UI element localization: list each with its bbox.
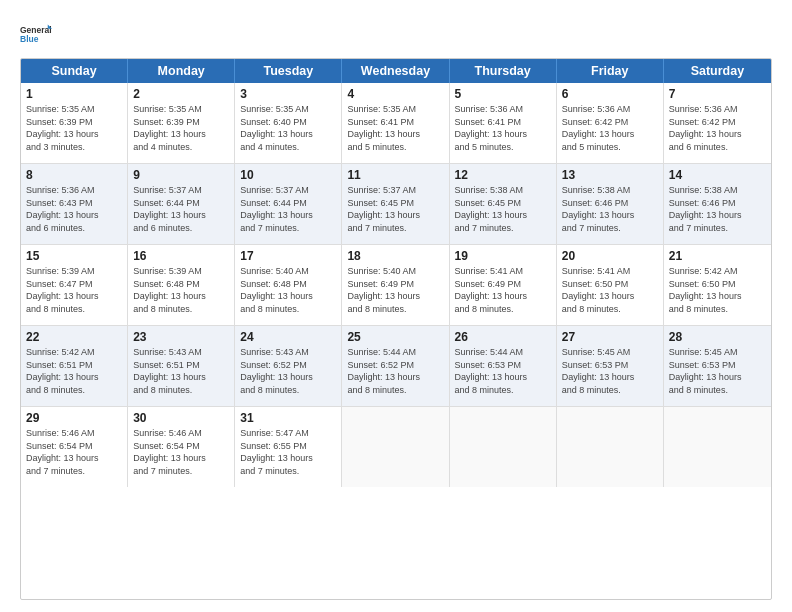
cell-info: Sunrise: 5:35 AM Sunset: 6:40 PM Dayligh… <box>240 103 336 153</box>
calendar-cell: 4Sunrise: 5:35 AM Sunset: 6:41 PM Daylig… <box>342 83 449 163</box>
calendar-cell: 11Sunrise: 5:37 AM Sunset: 6:45 PM Dayli… <box>342 164 449 244</box>
calendar-cell: 17Sunrise: 5:40 AM Sunset: 6:48 PM Dayli… <box>235 245 342 325</box>
cell-info: Sunrise: 5:35 AM Sunset: 6:39 PM Dayligh… <box>133 103 229 153</box>
day-number: 22 <box>26 330 122 344</box>
calendar-cell: 5Sunrise: 5:36 AM Sunset: 6:41 PM Daylig… <box>450 83 557 163</box>
day-number: 6 <box>562 87 658 101</box>
calendar-cell <box>664 407 771 487</box>
cell-info: Sunrise: 5:38 AM Sunset: 6:45 PM Dayligh… <box>455 184 551 234</box>
calendar-cell: 7Sunrise: 5:36 AM Sunset: 6:42 PM Daylig… <box>664 83 771 163</box>
logo-svg: General Blue <box>20 18 52 50</box>
header-cell-tuesday: Tuesday <box>235 59 342 83</box>
cell-info: Sunrise: 5:36 AM Sunset: 6:42 PM Dayligh… <box>669 103 766 153</box>
calendar-cell: 15Sunrise: 5:39 AM Sunset: 6:47 PM Dayli… <box>21 245 128 325</box>
day-number: 24 <box>240 330 336 344</box>
cell-info: Sunrise: 5:46 AM Sunset: 6:54 PM Dayligh… <box>26 427 122 477</box>
day-number: 17 <box>240 249 336 263</box>
header-cell-friday: Friday <box>557 59 664 83</box>
cell-info: Sunrise: 5:37 AM Sunset: 6:44 PM Dayligh… <box>133 184 229 234</box>
day-number: 19 <box>455 249 551 263</box>
logo: General Blue <box>20 18 52 50</box>
day-number: 26 <box>455 330 551 344</box>
calendar-cell: 1Sunrise: 5:35 AM Sunset: 6:39 PM Daylig… <box>21 83 128 163</box>
day-number: 20 <box>562 249 658 263</box>
calendar-cell <box>450 407 557 487</box>
calendar-cell: 28Sunrise: 5:45 AM Sunset: 6:53 PM Dayli… <box>664 326 771 406</box>
day-number: 23 <box>133 330 229 344</box>
cell-info: Sunrise: 5:45 AM Sunset: 6:53 PM Dayligh… <box>562 346 658 396</box>
calendar-cell: 30Sunrise: 5:46 AM Sunset: 6:54 PM Dayli… <box>128 407 235 487</box>
calendar-cell <box>557 407 664 487</box>
cell-info: Sunrise: 5:47 AM Sunset: 6:55 PM Dayligh… <box>240 427 336 477</box>
day-number: 4 <box>347 87 443 101</box>
day-number: 28 <box>669 330 766 344</box>
cell-info: Sunrise: 5:36 AM Sunset: 6:42 PM Dayligh… <box>562 103 658 153</box>
svg-text:General: General <box>20 25 52 35</box>
header: General Blue <box>20 18 772 50</box>
cell-info: Sunrise: 5:36 AM Sunset: 6:43 PM Dayligh… <box>26 184 122 234</box>
day-number: 5 <box>455 87 551 101</box>
cell-info: Sunrise: 5:38 AM Sunset: 6:46 PM Dayligh… <box>562 184 658 234</box>
calendar-cell: 2Sunrise: 5:35 AM Sunset: 6:39 PM Daylig… <box>128 83 235 163</box>
cell-info: Sunrise: 5:35 AM Sunset: 6:39 PM Dayligh… <box>26 103 122 153</box>
calendar-week-3: 15Sunrise: 5:39 AM Sunset: 6:47 PM Dayli… <box>21 245 771 326</box>
day-number: 3 <box>240 87 336 101</box>
calendar-cell: 10Sunrise: 5:37 AM Sunset: 6:44 PM Dayli… <box>235 164 342 244</box>
header-cell-thursday: Thursday <box>450 59 557 83</box>
calendar-cell: 6Sunrise: 5:36 AM Sunset: 6:42 PM Daylig… <box>557 83 664 163</box>
day-number: 2 <box>133 87 229 101</box>
header-cell-wednesday: Wednesday <box>342 59 449 83</box>
page: General Blue SundayMondayTuesdayWednesda… <box>0 0 792 612</box>
day-number: 13 <box>562 168 658 182</box>
calendar-cell: 3Sunrise: 5:35 AM Sunset: 6:40 PM Daylig… <box>235 83 342 163</box>
day-number: 7 <box>669 87 766 101</box>
cell-info: Sunrise: 5:37 AM Sunset: 6:44 PM Dayligh… <box>240 184 336 234</box>
calendar-cell: 23Sunrise: 5:43 AM Sunset: 6:51 PM Dayli… <box>128 326 235 406</box>
header-cell-monday: Monday <box>128 59 235 83</box>
cell-info: Sunrise: 5:42 AM Sunset: 6:50 PM Dayligh… <box>669 265 766 315</box>
day-number: 11 <box>347 168 443 182</box>
day-number: 8 <box>26 168 122 182</box>
cell-info: Sunrise: 5:41 AM Sunset: 6:49 PM Dayligh… <box>455 265 551 315</box>
calendar-body: 1Sunrise: 5:35 AM Sunset: 6:39 PM Daylig… <box>21 83 771 487</box>
calendar-cell: 29Sunrise: 5:46 AM Sunset: 6:54 PM Dayli… <box>21 407 128 487</box>
day-number: 27 <box>562 330 658 344</box>
cell-info: Sunrise: 5:43 AM Sunset: 6:51 PM Dayligh… <box>133 346 229 396</box>
calendar-cell: 20Sunrise: 5:41 AM Sunset: 6:50 PM Dayli… <box>557 245 664 325</box>
cell-info: Sunrise: 5:43 AM Sunset: 6:52 PM Dayligh… <box>240 346 336 396</box>
calendar-cell: 14Sunrise: 5:38 AM Sunset: 6:46 PM Dayli… <box>664 164 771 244</box>
cell-info: Sunrise: 5:42 AM Sunset: 6:51 PM Dayligh… <box>26 346 122 396</box>
cell-info: Sunrise: 5:39 AM Sunset: 6:48 PM Dayligh… <box>133 265 229 315</box>
day-number: 9 <box>133 168 229 182</box>
calendar-cell: 13Sunrise: 5:38 AM Sunset: 6:46 PM Dayli… <box>557 164 664 244</box>
calendar-cell: 26Sunrise: 5:44 AM Sunset: 6:53 PM Dayli… <box>450 326 557 406</box>
calendar-cell <box>342 407 449 487</box>
calendar-header: SundayMondayTuesdayWednesdayThursdayFrid… <box>21 59 771 83</box>
cell-info: Sunrise: 5:38 AM Sunset: 6:46 PM Dayligh… <box>669 184 766 234</box>
calendar-cell: 31Sunrise: 5:47 AM Sunset: 6:55 PM Dayli… <box>235 407 342 487</box>
calendar-cell: 8Sunrise: 5:36 AM Sunset: 6:43 PM Daylig… <box>21 164 128 244</box>
cell-info: Sunrise: 5:44 AM Sunset: 6:52 PM Dayligh… <box>347 346 443 396</box>
cell-info: Sunrise: 5:37 AM Sunset: 6:45 PM Dayligh… <box>347 184 443 234</box>
day-number: 12 <box>455 168 551 182</box>
cell-info: Sunrise: 5:35 AM Sunset: 6:41 PM Dayligh… <box>347 103 443 153</box>
cell-info: Sunrise: 5:44 AM Sunset: 6:53 PM Dayligh… <box>455 346 551 396</box>
day-number: 30 <box>133 411 229 425</box>
cell-info: Sunrise: 5:39 AM Sunset: 6:47 PM Dayligh… <box>26 265 122 315</box>
calendar-cell: 25Sunrise: 5:44 AM Sunset: 6:52 PM Dayli… <box>342 326 449 406</box>
day-number: 31 <box>240 411 336 425</box>
calendar-cell: 24Sunrise: 5:43 AM Sunset: 6:52 PM Dayli… <box>235 326 342 406</box>
calendar-cell: 27Sunrise: 5:45 AM Sunset: 6:53 PM Dayli… <box>557 326 664 406</box>
cell-info: Sunrise: 5:41 AM Sunset: 6:50 PM Dayligh… <box>562 265 658 315</box>
calendar-cell: 22Sunrise: 5:42 AM Sunset: 6:51 PM Dayli… <box>21 326 128 406</box>
cell-info: Sunrise: 5:40 AM Sunset: 6:48 PM Dayligh… <box>240 265 336 315</box>
calendar-week-4: 22Sunrise: 5:42 AM Sunset: 6:51 PM Dayli… <box>21 326 771 407</box>
day-number: 21 <box>669 249 766 263</box>
calendar-cell: 12Sunrise: 5:38 AM Sunset: 6:45 PM Dayli… <box>450 164 557 244</box>
calendar-week-1: 1Sunrise: 5:35 AM Sunset: 6:39 PM Daylig… <box>21 83 771 164</box>
calendar-week-2: 8Sunrise: 5:36 AM Sunset: 6:43 PM Daylig… <box>21 164 771 245</box>
day-number: 16 <box>133 249 229 263</box>
cell-info: Sunrise: 5:45 AM Sunset: 6:53 PM Dayligh… <box>669 346 766 396</box>
cell-info: Sunrise: 5:46 AM Sunset: 6:54 PM Dayligh… <box>133 427 229 477</box>
day-number: 1 <box>26 87 122 101</box>
